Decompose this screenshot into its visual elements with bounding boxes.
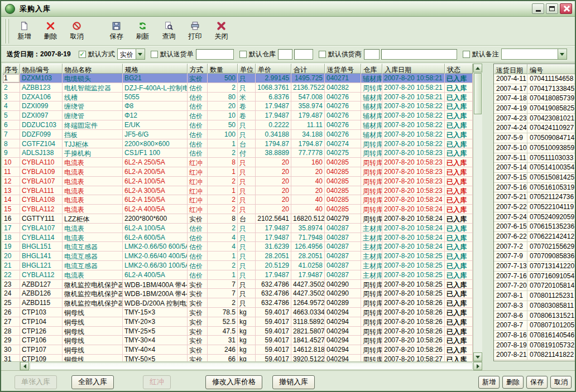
delivery-note-row[interactable]: 2007-5-14070514100354 — [494, 163, 575, 173]
delivery-note-row[interactable]: 2007-5-11070511103033 — [494, 153, 575, 163]
panel-column-header-1[interactable]: 编号 — [527, 64, 575, 74]
table-row[interactable]: 24AZBD126微机监控电机保护器WDB-1BM/200A 带4-20实价7只… — [2, 289, 473, 298]
toolbar-query-button[interactable]: 查询 — [156, 18, 182, 44]
delivery-note-row[interactable]: 2007-4-11070411154658 — [494, 74, 575, 84]
column-header-1[interactable]: 物品编号 — [20, 64, 63, 74]
panel-cancel-button[interactable]: 取消 — [550, 376, 572, 389]
default-supplier-checkbox[interactable] — [319, 51, 326, 58]
toolbar-delete-button[interactable]: 删除 — [37, 18, 64, 44]
column-header-10[interactable]: 仓库 — [361, 64, 382, 74]
table-row[interactable]: 13CYBLA111电流表6L2-A 300/5A红冲1只2020040285周… — [2, 186, 473, 196]
vertical-scrollbar[interactable] — [473, 64, 482, 361]
table-row[interactable]: 8CGTFZ104TJJ柜体2200×800×600估价1台1794.87179… — [2, 139, 473, 149]
column-header-8[interactable]: 合计 — [291, 64, 325, 74]
table-row[interactable]: 23AZBD127微机监控电机保护器WDB-1BM/400A 带4-20实价7只… — [2, 280, 473, 289]
delivery-note-row[interactable]: 2007-7-20070720105814 — [494, 281, 575, 291]
toolbar-print-button[interactable]: 打印 — [182, 18, 208, 44]
column-header-7[interactable]: 单价 — [256, 64, 291, 74]
delivery-note-row[interactable]: 2007-6-15070615135236 — [494, 222, 575, 232]
default-warehouse-checkbox[interactable] — [239, 51, 247, 58]
panel-column-header-0[interactable]: 送货日期 — [494, 64, 527, 74]
table-row[interactable]: 11CYBLA109电流表6L2-A 200/5A红冲1只2020040285周… — [2, 167, 473, 177]
default-note-checkbox[interactable] — [151, 51, 158, 58]
table-row[interactable]: 19BHGL151电流互感器LMK2-0.66/50 600/5A估价4只31.… — [2, 242, 473, 251]
delivery-note-row[interactable]: 2007-5-16070516105319 — [494, 183, 575, 193]
mode-select[interactable]: 实价 — [117, 49, 145, 60]
table-row[interactable]: 27CTP104铜母线TMY-20×3实价52.5kg59.40173118.5… — [2, 317, 473, 327]
column-header-2[interactable]: 物品名称 — [63, 64, 123, 74]
minimize-button[interactable] — [532, 3, 544, 14]
delivery-note-row[interactable]: 2007-7-2070702155629 — [494, 242, 575, 252]
table-row[interactable]: 2AZBB123电机智能监控器DZJ-F-400A-L-控制电源估价2只1068… — [2, 83, 473, 93]
delivery-note-row[interactable]: 2007-5-21070521124736 — [494, 192, 575, 202]
panel-delete-button[interactable]: 删除 — [502, 376, 524, 389]
panel-save-button[interactable]: 保存 — [526, 376, 548, 389]
delivery-note-row[interactable]: 2007-6-22070622142412 — [494, 232, 575, 242]
horizontal-scroll-thumb[interactable] — [30, 362, 473, 370]
delivery-note-row[interactable]: 2007-5-9070509084714 — [494, 133, 575, 143]
table-row[interactable]: 16CGTTY111LZZ柜体2200*800*600实价8台2102.5641… — [2, 214, 473, 224]
table-row[interactable]: 6DDZUC103终端固定件E/UK估价50只0.222211.11040276… — [2, 120, 473, 130]
table-row[interactable]: 30CTP107铜母线TMY-40×4实价246kg59.401714612.8… — [2, 345, 473, 355]
delivery-note-row[interactable]: 2007-8-21070821141822 — [494, 350, 575, 360]
table-row[interactable]: 9ADLSJ138手操机构CS1/F1 100估价2付38.888977.777… — [2, 148, 473, 158]
all-stock-in-button[interactable]: 全部入库 — [71, 375, 114, 389]
default-remark-checkbox[interactable] — [463, 51, 470, 58]
scroll-right-icon[interactable] — [473, 362, 482, 370]
supplier-code-input[interactable] — [364, 49, 380, 60]
delivery-note-row[interactable]: 2007-7-13070713141220 — [494, 262, 575, 272]
table-row[interactable]: 25AZBD115微机监控电机保护器WDB-D/200A 控制电源实价2只632… — [2, 298, 473, 308]
table-row[interactable]: 26CTP103铜母线TMY-15×3实价78.5kg59.40174663.0… — [2, 308, 473, 317]
column-header-3[interactable]: 规格 — [123, 64, 188, 74]
undo-stock-in-button[interactable]: 撤销入库 — [272, 375, 315, 389]
delivery-note-row[interactable]: 2007-7-9070709085836 — [494, 251, 575, 262]
maximize-button[interactable] — [546, 3, 558, 14]
modify-stock-price-button[interactable]: 修改入库价格 — [205, 375, 262, 389]
table-row[interactable]: 14CYBLA108电流表6L2-A 150/5A红冲2只2040040285周… — [2, 195, 473, 205]
column-header-4[interactable]: 方式 — [188, 64, 208, 74]
horizontal-scrollbar[interactable] — [2, 361, 482, 370]
table-row[interactable]: 3DZXA106线槽5055估价80米6.8376547.008040276辅材… — [2, 93, 473, 102]
delivery-note-row[interactable]: 2007-8-7070807101205 — [494, 321, 575, 331]
delivery-note-row[interactable]: 2007-8-6070806131521 — [494, 311, 575, 321]
toolbar-close-button[interactable]: 关闭 — [208, 18, 234, 44]
delivery-note-row[interactable]: 2007-4-17070417133845 — [494, 84, 575, 94]
delivery-note-row[interactable]: 2007-8-16070816140546 — [494, 331, 575, 341]
delivery-note-row[interactable]: 2007-4-18070418085739 — [494, 94, 575, 104]
delivery-note-row[interactable]: 2007-4-19070419085825 — [494, 104, 575, 114]
table-row[interactable]: 10CYBLA110电流表6L2-A 250/5A红冲8只20160040285… — [2, 158, 473, 167]
table-row[interactable]: 12CYBLA107电流表6L2-A 100/5A红冲2只2040040285周… — [2, 177, 473, 186]
column-header-12[interactable]: 状态 — [445, 64, 473, 74]
table-row[interactable]: 5DZXI097缠绕管Φ12估价10卷17.9487179.487040276辅… — [2, 111, 473, 120]
warehouse-code-input[interactable] — [278, 49, 292, 60]
table-row[interactable]: 29CTP106铜母线TMY-30×4实价31kg59.40171841.452… — [2, 336, 473, 345]
table-row[interactable]: 7DDZF099挡板JF5-6/G估价100只0.3418834.1880402… — [2, 130, 473, 139]
delivery-note-row[interactable]: 2007-5-22070522104119 — [494, 202, 575, 212]
chevron-down-icon[interactable] — [558, 49, 567, 59]
delivery-note-row[interactable]: 2007-4-24070424110927 — [494, 123, 575, 133]
vertical-scroll-thumb[interactable] — [474, 73, 482, 114]
chevron-down-icon[interactable] — [136, 49, 145, 59]
table-row[interactable]: 4DZXI099缠绕管Φ8估价20卷17.9487358.974040276辅材… — [2, 101, 473, 111]
close-button[interactable] — [560, 3, 572, 14]
table-row[interactable]: 28CTP126铜母线TMY-25×5实价47.5kg59.40172821.5… — [2, 327, 473, 336]
delivery-note-row[interactable]: 2007-8-1070801125231 — [494, 291, 575, 301]
panel-add-button[interactable]: 新增 — [478, 376, 500, 389]
column-header-6[interactable]: 单位 — [238, 64, 256, 74]
toolbar-cancel-button[interactable]: 取消 — [64, 18, 90, 44]
column-header-9[interactable]: 送货单号 — [325, 64, 361, 74]
table-row[interactable]: 20BHGL141电流互感器LMK2-0.66/40 400/5A估价1只28.… — [2, 251, 473, 261]
delivery-note-input[interactable] — [196, 49, 234, 60]
table-row[interactable]: 31CTP109铜母线TMY-50×5实价66kg59.40173920.512… — [2, 355, 473, 361]
scroll-up-icon[interactable] — [473, 64, 482, 72]
delivery-note-row[interactable]: 2007-8-19070819105732 — [494, 341, 575, 351]
scroll-left-icon[interactable] — [20, 362, 29, 370]
scroll-down-icon[interactable] — [473, 352, 482, 361]
toolbar-save-button[interactable]: 保存 — [103, 18, 129, 44]
warehouse-name-input[interactable] — [294, 49, 313, 60]
table-row[interactable]: 22CYBLA112电流表6L2-A 400/5A估价1只17.948717.9… — [2, 270, 473, 280]
delivery-note-row[interactable]: 2007-4-23070423081021 — [494, 114, 575, 124]
column-header-0[interactable]: 序号 — [2, 64, 20, 74]
table-row[interactable]: 21BHGL121电流互感器LMK2-0.66/30 100/5A估价2只20.… — [2, 261, 473, 270]
toolbar-new-button[interactable]: 新增 — [11, 18, 37, 44]
